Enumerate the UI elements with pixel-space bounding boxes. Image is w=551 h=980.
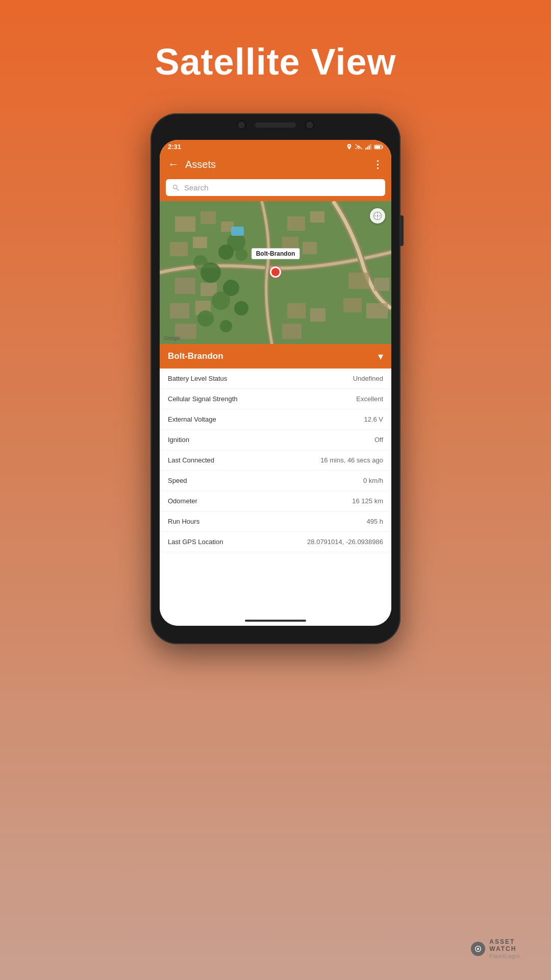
search-input[interactable]: Search	[184, 183, 209, 192]
camera-dot-right	[305, 120, 314, 130]
table-row: Battery Level Status Undefined	[160, 369, 391, 389]
data-row-value: Off	[374, 436, 383, 444]
asset-panel-header[interactable]: Bolt-Brandon ▾	[160, 344, 391, 369]
svg-rect-11	[170, 242, 188, 256]
data-row-value: Undefined	[353, 375, 383, 382]
svg-point-19	[218, 244, 234, 260]
map-container[interactable]: Bolt-Brandon Google	[160, 201, 391, 344]
table-row: Odometer 16 125 km	[160, 491, 391, 511]
svg-rect-39	[366, 303, 388, 318]
search-input-wrap[interactable]: Search	[166, 179, 385, 196]
data-row-value: 0 km/h	[363, 477, 383, 484]
search-icon	[172, 184, 180, 192]
svg-rect-38	[343, 298, 362, 312]
table-row: Ignition Off	[160, 430, 391, 450]
google-watermark: Google	[164, 335, 180, 341]
gps-icon	[346, 143, 353, 150]
wifi-icon	[355, 144, 362, 150]
svg-point-24	[212, 291, 230, 310]
svg-rect-13	[175, 278, 195, 294]
svg-rect-28	[287, 216, 305, 231]
data-row-value: 12.6 V	[364, 415, 383, 423]
data-row-label: Cellular Signal Strength	[168, 395, 238, 403]
compass-button[interactable]	[370, 208, 385, 224]
status-bar: 2:31	[160, 140, 391, 153]
svg-rect-5	[375, 145, 381, 148]
more-options-button[interactable]: ⋮	[372, 159, 383, 169]
data-row-value: 16 mins, 46 secs ago	[320, 456, 383, 464]
data-row-value: 495 h	[366, 518, 383, 525]
side-button	[400, 215, 404, 246]
svg-rect-3	[370, 144, 371, 150]
data-row-label: Last Connected	[168, 456, 214, 464]
svg-point-26	[197, 310, 214, 327]
svg-point-25	[234, 301, 248, 315]
status-time: 2:31	[168, 143, 181, 151]
svg-rect-31	[303, 242, 317, 254]
svg-point-43	[477, 948, 479, 950]
data-row-label: External Voltage	[168, 415, 216, 423]
svg-rect-37	[374, 278, 389, 291]
data-row-label: Run Hours	[168, 518, 199, 525]
svg-point-22	[193, 255, 208, 270]
map-marker	[270, 266, 281, 278]
brand-line2: FleetLogix	[489, 953, 520, 960]
phone-camera-area	[237, 120, 314, 130]
status-icons	[346, 143, 383, 150]
svg-rect-36	[348, 273, 369, 289]
data-row-label: Last GPS Location	[168, 538, 223, 546]
search-bar-container: Search	[160, 176, 391, 201]
phone-screen: 2:31	[160, 140, 391, 626]
svg-rect-2	[369, 145, 370, 150]
svg-rect-12	[193, 237, 207, 248]
svg-rect-9	[201, 211, 216, 224]
data-row-label: Ignition	[168, 436, 189, 444]
data-row-label: Speed	[168, 477, 187, 484]
brand-text: ASSETWATCH FleetLogix	[489, 938, 520, 960]
data-row-label: Battery Level Status	[168, 375, 227, 382]
battery-icon	[374, 144, 383, 150]
back-button[interactable]: ←	[168, 158, 179, 171]
table-row: Cellular Signal Strength Excellent	[160, 389, 391, 409]
data-list: Battery Level Status Undefined Cellular …	[160, 369, 391, 617]
svg-rect-35	[231, 227, 244, 236]
svg-rect-32	[287, 303, 306, 318]
svg-rect-33	[310, 308, 325, 322]
map-marker-label: Bolt-Brandon	[252, 248, 300, 259]
table-row: Last GPS Location 28.0791014, -26.093898…	[160, 532, 391, 552]
data-row-value: 28.0791014, -26.0938986	[307, 538, 383, 546]
brand-logo	[471, 942, 485, 956]
svg-rect-8	[175, 216, 195, 232]
svg-rect-14	[201, 283, 217, 296]
brand-watermark: ASSETWATCH FleetLogix	[471, 938, 520, 960]
page-title: Satellite View	[155, 41, 396, 83]
table-row: Last Connected 16 mins, 46 secs ago	[160, 450, 391, 471]
camera-dot-left	[237, 120, 246, 130]
svg-point-41	[377, 215, 379, 217]
table-row: External Voltage 12.6 V	[160, 409, 391, 430]
app-bar-title: Assets	[185, 159, 366, 170]
svg-rect-34	[282, 324, 302, 339]
speaker-bar	[255, 122, 296, 128]
brand-line1: ASSETWATCH	[489, 938, 520, 953]
svg-rect-29	[310, 211, 324, 223]
asset-name: Bolt-Brandon	[168, 351, 223, 361]
svg-rect-6	[382, 146, 383, 148]
app-bar: ← Assets ⋮	[160, 153, 391, 176]
svg-point-27	[220, 320, 232, 332]
data-row-value: Excellent	[356, 395, 383, 403]
svg-rect-1	[367, 147, 368, 150]
data-row-label: Odometer	[168, 497, 197, 505]
svg-rect-0	[365, 148, 366, 150]
home-bar	[160, 617, 391, 626]
signal-icon	[365, 143, 371, 150]
phone-mockup: 2:31	[151, 113, 400, 644]
chevron-down-icon: ▾	[378, 350, 383, 362]
table-row: Run Hours 495 h	[160, 511, 391, 532]
home-indicator	[245, 620, 306, 622]
table-row: Speed 0 km/h	[160, 471, 391, 491]
data-row-value: 16 125 km	[352, 497, 383, 505]
svg-rect-15	[170, 303, 189, 318]
svg-point-20	[235, 249, 247, 261]
